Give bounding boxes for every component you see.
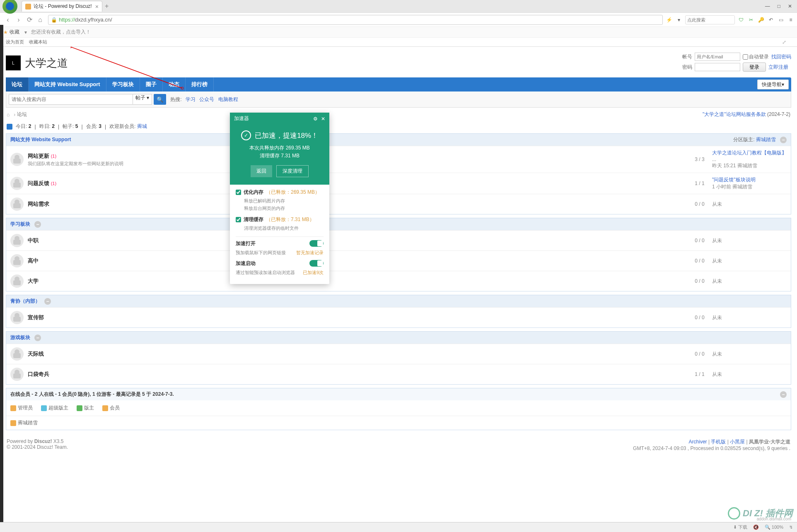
key-icon[interactable]: 🔑 — [757, 16, 765, 24]
footer-link[interactable]: 小黑屋 — [730, 439, 745, 445]
note-icon[interactable]: ▭ — [777, 16, 785, 24]
maximize-icon[interactable]: □ — [778, 3, 780, 9]
tab-favicon-icon — [25, 4, 31, 10]
hot-link[interactable]: 公众号 — [199, 96, 214, 102]
collapse-icon[interactable]: − — [34, 335, 41, 341]
browser-tab[interactable]: 论坛 - Powered by Discuz! × — [22, 1, 102, 12]
role-super-icon — [41, 405, 47, 411]
notice-link[interactable]: "大学之道"论坛网站服务条款 — [703, 111, 766, 117]
forum-icon — [10, 347, 24, 361]
close-window-icon[interactable]: ✕ — [788, 3, 792, 9]
nav-item-activity[interactable]: 动态 — [163, 77, 186, 91]
minimize-icon[interactable]: — — [765, 3, 770, 9]
new-member-link[interactable]: 霽城 — [137, 123, 147, 129]
hot-link[interactable]: 电脑教程 — [218, 96, 238, 102]
forum-search-input[interactable] — [9, 94, 133, 105]
auto-login-checkbox[interactable]: 自动登录 — [743, 53, 769, 60]
search-type-select[interactable]: 帖子 ▾ — [133, 94, 152, 105]
forum-last: 从未 — [712, 258, 787, 265]
url-input[interactable]: 🔒 https://dxzd.yfhxya.cn/ — [48, 15, 663, 25]
tab-close-icon[interactable]: × — [95, 3, 99, 10]
footer-link[interactable]: 手机版 — [711, 439, 726, 445]
nav-item-study[interactable]: 学习板块 — [106, 77, 140, 91]
forum-name[interactable]: 问题反馈 (1) — [28, 180, 687, 187]
util-expand-icon[interactable]: ⤢ — [782, 39, 786, 45]
hero-sub1: 本次共释放内存 269.35 MB — [234, 144, 325, 152]
dropdown-icon[interactable]: ▾ — [675, 16, 683, 24]
set-home-link[interactable]: 设为首页 — [6, 39, 24, 45]
browser-logo-icon[interactable] — [2, 0, 17, 14]
lightning-icon[interactable]: ⚡ — [665, 16, 673, 24]
collapse-icon[interactable]: − — [780, 137, 787, 143]
forward-button[interactable]: › — [13, 14, 24, 25]
new-tab-button[interactable]: + — [105, 2, 109, 10]
tab-bar: 论坛 - Powered by Discuz! × + — □ ✕ — [0, 0, 797, 12]
popup-body: 优化内存 （已释放：269.35 MB） 释放已解码图片内存 释放后台网页的内存… — [230, 185, 329, 284]
nav-item-support[interactable]: 网站支持 Website Support — [29, 77, 106, 91]
last-post-link[interactable]: "问题反馈"板块说明 — [712, 177, 756, 183]
category-title[interactable]: 游戏板块 — [10, 334, 30, 341]
register-link[interactable]: 立即注册 — [768, 64, 788, 71]
switch-launch-toggle[interactable] — [309, 260, 324, 267]
star-icon[interactable]: ★ — [3, 29, 8, 35]
popup-header[interactable]: 加速器 ⚙ ✕ — [230, 113, 329, 125]
forum-icon — [10, 274, 24, 288]
browser-search-input[interactable] — [685, 15, 735, 24]
forum-stats: 0 / 0 — [687, 201, 712, 207]
footer-link[interactable]: Archiver — [689, 439, 707, 445]
mod-link[interactable]: 霽城踏雪 — [756, 137, 776, 142]
forum-name[interactable]: 宣传部 — [28, 314, 687, 321]
undo-icon[interactable]: ↶ — [767, 16, 775, 24]
category-title[interactable]: 青协（内部） — [10, 298, 40, 305]
hot-link[interactable]: 学习 — [186, 96, 196, 102]
popup-close-icon[interactable]: ✕ — [321, 116, 325, 122]
browser-chrome: 论坛 - Powered by Discuz! × + — □ ✕ ‹ › ⟳ … — [0, 0, 797, 47]
forum-desc: 我们团队将在这里定期发布一些网站更新的说明 — [28, 161, 687, 167]
forum-name[interactable]: 网站需求 — [28, 200, 687, 208]
back-button[interactable]: 返回 — [251, 165, 272, 177]
forum-name[interactable]: 大学 — [28, 277, 687, 285]
home-icon[interactable]: ⌂ — [7, 112, 10, 118]
collapse-icon[interactable]: − — [44, 298, 51, 305]
collapse-icon[interactable]: − — [34, 221, 41, 228]
menu-icon[interactable]: ≡ — [787, 16, 795, 24]
quick-nav-button[interactable]: 快捷导航 ▾ — [757, 79, 789, 89]
home-button[interactable]: ⌂ — [35, 14, 46, 25]
category-title[interactable]: 网站支持 Website Support — [10, 136, 71, 143]
forum-icon — [10, 153, 24, 166]
switch-open-toggle[interactable] — [309, 240, 324, 247]
refresh-button[interactable]: ⟳ — [24, 14, 35, 25]
breadcrumb-forum[interactable]: 论坛 — [17, 111, 27, 118]
site-logo-icon[interactable]: L — [6, 55, 21, 70]
last-post-link[interactable]: 大学之道论坛入门教程【电脑版】 — [712, 150, 787, 156]
fav-dropdown-icon[interactable]: ▾ — [24, 29, 27, 35]
settings-icon[interactable]: ⚙ — [313, 116, 318, 122]
back-button[interactable]: ‹ — [2, 14, 13, 25]
forum-name[interactable]: 口袋奇兵 — [28, 371, 687, 378]
shield-icon[interactable]: 🛡 — [737, 16, 745, 24]
fav-hint: 您还没有收藏，点击导入！ — [31, 29, 91, 36]
fav-label[interactable]: 收藏 — [10, 29, 19, 36]
footer-link[interactable]: 凤凰学业-大学之道 — [749, 439, 790, 445]
forum-name[interactable]: 高中 — [28, 257, 687, 265]
fav-site-link[interactable]: 收藏本站 — [29, 39, 47, 45]
category-title[interactable]: 学习板块 — [10, 221, 30, 228]
deep-clean-button[interactable]: 深度清理 — [276, 165, 309, 177]
opt1-checkbox[interactable] — [236, 190, 241, 195]
find-password-link[interactable]: 找回密码 — [771, 53, 791, 60]
collapse-icon[interactable]: − — [780, 391, 787, 398]
notice-date: (2024-7-2) — [767, 111, 790, 117]
nav-item-forum[interactable]: 论坛 — [6, 77, 29, 91]
nav-item-circle[interactable]: 圈子 — [140, 77, 163, 91]
username-input[interactable] — [695, 53, 740, 61]
forum-row: 网站需求 0 / 0 从未 — [6, 194, 791, 214]
nav-item-rank[interactable]: 排行榜 — [186, 77, 214, 91]
forum-name[interactable]: 网站更新 (1) — [28, 152, 687, 160]
search-button[interactable]: 🔍 — [154, 94, 166, 105]
scissors-icon[interactable]: ✂ — [747, 16, 755, 24]
login-button[interactable]: 登录 — [743, 63, 766, 72]
forum-name[interactable]: 中职 — [28, 237, 687, 244]
password-input[interactable] — [695, 63, 740, 71]
forum-name[interactable]: 天际线 — [28, 350, 687, 358]
opt2-checkbox[interactable] — [236, 217, 241, 222]
